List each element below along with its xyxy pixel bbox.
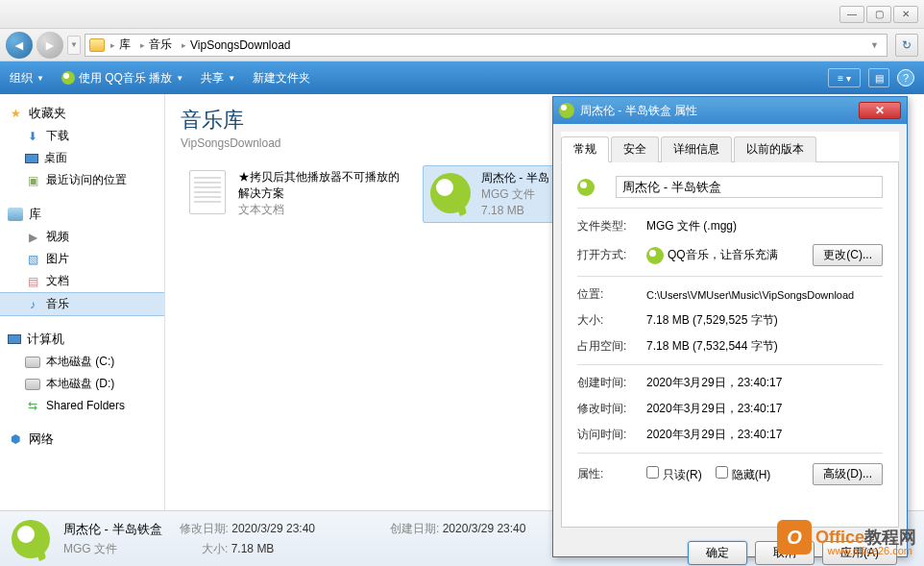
shared-icon: ⇆ [25, 398, 40, 413]
history-dropdown[interactable]: ▼ [67, 36, 81, 55]
sidebar-computer[interactable]: 计算机 [0, 328, 164, 351]
sidebar-desktop[interactable]: 桌面 [0, 147, 164, 169]
sidebar-documents[interactable]: ▤文档 [0, 270, 164, 292]
breadcrumb-label: VipSongsDownload [190, 38, 291, 52]
drive-icon [25, 357, 40, 368]
file-size: 7.18 MB [481, 203, 552, 219]
breadcrumb-seg[interactable]: ▸库 [107, 37, 134, 53]
watermark-url: www.office26.com [828, 545, 912, 556]
filename-input[interactable] [616, 176, 883, 198]
change-button[interactable]: 更改(C)... [813, 244, 883, 266]
sidebar-downloads[interactable]: ⬇下载 [0, 125, 164, 147]
prop-value: 2020年3月29日，23:40:17 [646, 375, 883, 391]
status-value: 2020/3/29 23:40 [231, 522, 315, 535]
prop-label: 修改时间: [577, 401, 646, 417]
sidebar-videos[interactable]: ▶视频 [0, 226, 164, 248]
prop-value: MGG 文件 (.mgg) [646, 218, 883, 234]
dialog-close-button[interactable]: ✕ [859, 102, 901, 119]
sidebar-drive-d[interactable]: 本地磁盘 (D:) [0, 373, 164, 395]
prop-value: QQ音乐，让音乐充满 [668, 247, 807, 263]
hidden-checkbox[interactable]: 隐藏(H) [716, 466, 771, 483]
mgg-file-icon [430, 173, 471, 213]
watermark-icon: O [777, 520, 812, 554]
dialog-tabs: 常规 安全 详细信息 以前的版本 [561, 132, 899, 162]
share-menu[interactable]: 共享▼ [201, 70, 235, 86]
app-icon [646, 247, 664, 264]
status-filetype: MGG 文件 [63, 541, 117, 557]
readonly-checkbox[interactable]: 只读(R) [646, 466, 702, 483]
forward-button[interactable]: ► [36, 32, 63, 59]
prop-label: 属性: [577, 466, 646, 482]
ok-button[interactable]: 确定 [688, 541, 747, 565]
tab-security[interactable]: 安全 [611, 136, 659, 162]
download-icon: ⬇ [25, 129, 40, 144]
maximize-button[interactable]: ▢ [866, 6, 891, 23]
minimize-button[interactable]: — [839, 6, 864, 23]
status-value: 7.18 MB [231, 542, 275, 555]
video-icon: ▶ [25, 230, 40, 245]
library-icon [8, 208, 23, 221]
command-toolbar: 组织▼ 使用 QQ音乐 播放▼ 共享▼ 新建文件夹 ≡ ▾ ▤ ? [0, 62, 924, 94]
preview-pane-button[interactable]: ▤ [868, 68, 889, 87]
sidebar-recent[interactable]: ▣最近访问的位置 [0, 169, 164, 191]
network-icon: ⬢ [8, 431, 23, 447]
sidebar-drive-c[interactable]: 本地磁盘 (C:) [0, 351, 164, 373]
watermark-text: Office [815, 528, 864, 547]
sidebar-music[interactable]: ♪音乐 [0, 292, 164, 316]
status-label: 修改日期: [180, 522, 229, 535]
tab-general[interactable]: 常规 [561, 136, 609, 162]
file-name: 周杰伦 - 半岛 [481, 170, 552, 186]
prop-label: 大小: [577, 312, 646, 329]
dialog-title: 周杰伦 - 半岛铁盒 属性 [580, 103, 697, 119]
dialog-titlebar[interactable]: 周杰伦 - 半岛铁盒 属性 ✕ [553, 97, 907, 124]
sidebar-pictures[interactable]: ▧图片 [0, 248, 164, 270]
sidebar-shared-folders[interactable]: ⇆Shared Folders [0, 395, 164, 416]
navigation-bar: ◄ ► ▼ ▸库 ▸音乐 ▸VipSongsDownload ▼ ↻ [0, 29, 924, 62]
status-label: 创建日期: [390, 522, 439, 535]
addr-dropdown-icon[interactable]: ▼ [870, 40, 883, 50]
properties-dialog: 周杰伦 - 半岛铁盒 属性 ✕ 常规 安全 详细信息 以前的版本 文件类型:MG… [552, 96, 908, 557]
close-button[interactable]: ✕ [893, 6, 918, 23]
help-button[interactable]: ? [897, 69, 914, 86]
status-filename: 周杰伦 - 半岛铁盒 [63, 521, 162, 538]
sidebar-favorites[interactable]: ★收藏夹 [0, 102, 164, 125]
address-bar[interactable]: ▸库 ▸音乐 ▸VipSongsDownload ▼ [85, 34, 888, 57]
drive-icon [25, 379, 40, 390]
file-type-icon [12, 520, 50, 558]
play-menu[interactable]: 使用 QQ音乐 播放▼ [61, 70, 183, 86]
picture-icon: ▧ [25, 252, 40, 267]
file-item[interactable]: 周杰伦 - 半岛 MGG 文件 7.18 MB [423, 165, 557, 223]
file-name: ★拷贝后其他播放器不可播放的解决方案 [238, 169, 407, 202]
refresh-button[interactable]: ↻ [895, 34, 918, 57]
prop-value: 7.18 MB (7,529,525 字节) [646, 312, 883, 329]
newfolder-button[interactable]: 新建文件夹 [253, 70, 310, 86]
prop-value: 2020年3月29日，23:40:17 [646, 427, 883, 443]
qqmusic-icon [559, 103, 574, 118]
file-item[interactable]: ★拷贝后其他播放器不可播放的解决方案 文本文档 [181, 165, 411, 223]
navigation-sidebar: ★收藏夹 ⬇下载 桌面 ▣最近访问的位置 库 ▶视频 ▧图片 ▤文档 ♪音乐 计… [0, 94, 165, 510]
text-file-icon [189, 170, 226, 214]
tab-details[interactable]: 详细信息 [661, 136, 732, 162]
file-type: 文本文档 [238, 202, 407, 218]
file-type: MGG 文件 [481, 186, 552, 203]
back-button[interactable]: ◄ [6, 32, 33, 59]
window-titlebar: — ▢ ✕ [0, 0, 924, 29]
sidebar-network[interactable]: ⬢网络 [0, 428, 164, 451]
prop-value: 2020年3月29日，23:40:17 [646, 401, 883, 417]
view-options-button[interactable]: ≡ ▾ [828, 68, 861, 87]
prop-label: 访问时间: [577, 427, 646, 443]
breadcrumb-seg[interactable]: ▸VipSongsDownload [178, 38, 295, 52]
breadcrumb-seg[interactable]: ▸音乐 [136, 37, 176, 53]
sidebar-libraries[interactable]: 库 [0, 203, 164, 226]
tab-previous[interactable]: 以前的版本 [734, 136, 816, 162]
breadcrumb-label: 库 [119, 37, 131, 53]
advanced-button[interactable]: 高级(D)... [813, 463, 883, 485]
qqmusic-icon [61, 71, 75, 85]
music-icon: ♪ [25, 297, 40, 312]
prop-label: 打开方式: [577, 247, 646, 263]
prop-value: 7.18 MB (7,532,544 字节) [646, 338, 883, 355]
recent-icon: ▣ [25, 173, 40, 188]
watermark: O Office教程网 www.office26.com [777, 520, 916, 554]
organize-menu[interactable]: 组织▼ [10, 70, 44, 86]
breadcrumb-label: 音乐 [149, 37, 172, 53]
